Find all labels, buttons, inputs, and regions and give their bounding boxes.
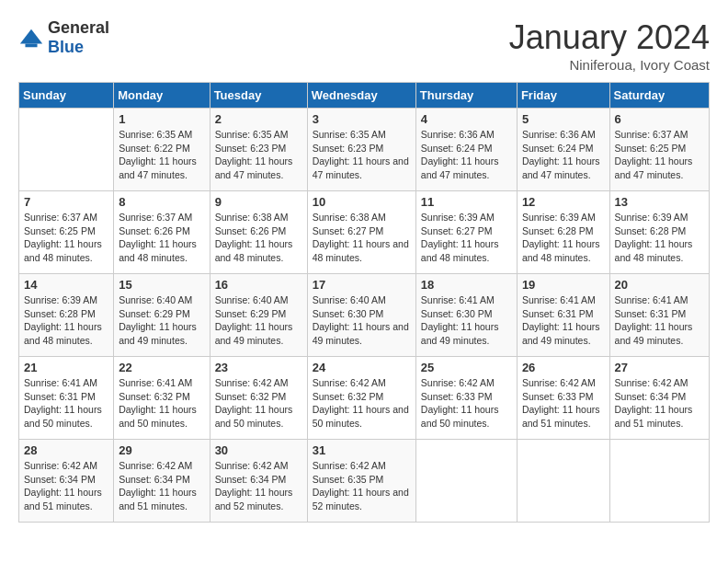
day-number: 29: [119, 443, 204, 457]
day-info: Sunrise: 6:37 AMSunset: 6:26 PMDaylight:…: [119, 211, 204, 265]
calendar-header-row: SundayMondayTuesdayWednesdayThursdayFrid…: [19, 83, 710, 109]
calendar-cell: 10Sunrise: 6:38 AMSunset: 6:27 PMDayligh…: [307, 191, 415, 274]
calendar-week-row: 21Sunrise: 6:41 AMSunset: 6:31 PMDayligh…: [19, 357, 710, 440]
calendar-cell: 6Sunrise: 6:37 AMSunset: 6:25 PMDaylight…: [609, 109, 709, 191]
calendar-cell: 25Sunrise: 6:42 AMSunset: 6:33 PMDayligh…: [415, 357, 517, 440]
calendar-cell: 21Sunrise: 6:41 AMSunset: 6:31 PMDayligh…: [19, 357, 114, 440]
logo-general-text: General: [48, 18, 109, 37]
calendar-cell: 1Sunrise: 6:35 AMSunset: 6:22 PMDaylight…: [114, 109, 210, 191]
calendar-table: SundayMondayTuesdayWednesdayThursdayFrid…: [18, 82, 710, 523]
calendar-header-cell: Friday: [517, 83, 609, 109]
calendar-cell: 8Sunrise: 6:37 AMSunset: 6:26 PMDaylight…: [114, 191, 210, 274]
day-number: 4: [421, 112, 512, 126]
day-info: Sunrise: 6:42 AMSunset: 6:33 PMDaylight:…: [522, 376, 605, 431]
logo-blue-text: Blue: [48, 38, 84, 56]
calendar-cell: 20Sunrise: 6:41 AMSunset: 6:31 PMDayligh…: [609, 274, 709, 357]
calendar-cell: 22Sunrise: 6:41 AMSunset: 6:32 PMDayligh…: [114, 357, 210, 440]
location-text: Niniferoua, Ivory Coast: [509, 57, 710, 73]
day-info: Sunrise: 6:40 AMSunset: 6:29 PMDaylight:…: [119, 293, 204, 348]
calendar-header-cell: Tuesday: [210, 83, 307, 109]
calendar-week-row: 14Sunrise: 6:39 AMSunset: 6:28 PMDayligh…: [19, 274, 710, 357]
day-info: Sunrise: 6:42 AMSunset: 6:34 PMDaylight:…: [215, 459, 302, 513]
calendar-cell: 11Sunrise: 6:39 AMSunset: 6:27 PMDayligh…: [415, 191, 517, 274]
day-number: 19: [522, 278, 605, 292]
calendar-cell: [609, 440, 709, 523]
calendar-cell: 5Sunrise: 6:36 AMSunset: 6:24 PMDaylight…: [517, 109, 609, 191]
calendar-header-cell: Sunday: [19, 83, 114, 109]
day-info: Sunrise: 6:39 AMSunset: 6:28 PMDaylight:…: [615, 211, 704, 265]
calendar-cell: 3Sunrise: 6:35 AMSunset: 6:23 PMDaylight…: [307, 109, 415, 191]
day-number: 9: [215, 195, 302, 209]
day-number: 18: [421, 278, 512, 292]
day-number: 30: [215, 443, 302, 457]
svg-rect-1: [25, 44, 37, 48]
calendar-cell: [517, 440, 609, 523]
calendar-header-cell: Wednesday: [307, 83, 415, 109]
calendar-cell: 16Sunrise: 6:40 AMSunset: 6:29 PMDayligh…: [210, 274, 307, 357]
calendar-header-cell: Thursday: [415, 83, 517, 109]
calendar-cell: 4Sunrise: 6:36 AMSunset: 6:24 PMDaylight…: [415, 109, 517, 191]
day-info: Sunrise: 6:42 AMSunset: 6:32 PMDaylight:…: [215, 376, 302, 431]
calendar-cell: 9Sunrise: 6:38 AMSunset: 6:26 PMDaylight…: [210, 191, 307, 274]
day-info: Sunrise: 6:42 AMSunset: 6:34 PMDaylight:…: [615, 376, 704, 431]
day-number: 31: [313, 443, 411, 457]
calendar-cell: 17Sunrise: 6:40 AMSunset: 6:30 PMDayligh…: [307, 274, 415, 357]
logo-icon: [18, 25, 44, 51]
day-number: 21: [24, 361, 108, 374]
day-info: Sunrise: 6:41 AMSunset: 6:32 PMDaylight:…: [119, 376, 204, 431]
day-number: 26: [522, 361, 605, 374]
calendar-cell: 27Sunrise: 6:42 AMSunset: 6:34 PMDayligh…: [609, 357, 709, 440]
day-info: Sunrise: 6:37 AMSunset: 6:25 PMDaylight:…: [24, 211, 108, 265]
calendar-cell: 15Sunrise: 6:40 AMSunset: 6:29 PMDayligh…: [114, 274, 210, 357]
day-number: 23: [215, 361, 302, 374]
calendar-cell: 28Sunrise: 6:42 AMSunset: 6:34 PMDayligh…: [19, 440, 114, 523]
day-number: 17: [313, 278, 411, 292]
day-info: Sunrise: 6:42 AMSunset: 6:34 PMDaylight:…: [119, 459, 204, 513]
day-number: 13: [615, 195, 704, 209]
day-info: Sunrise: 6:35 AMSunset: 6:23 PMDaylight:…: [313, 128, 411, 182]
day-info: Sunrise: 6:38 AMSunset: 6:27 PMDaylight:…: [313, 211, 411, 265]
svg-marker-0: [20, 29, 42, 44]
day-number: 3: [313, 112, 411, 126]
logo: General Blue: [18, 18, 109, 57]
month-title: January 2024: [509, 18, 710, 57]
day-info: Sunrise: 6:41 AMSunset: 6:31 PMDaylight:…: [615, 293, 704, 348]
calendar-cell: 23Sunrise: 6:42 AMSunset: 6:32 PMDayligh…: [210, 357, 307, 440]
calendar-body: 1Sunrise: 6:35 AMSunset: 6:22 PMDaylight…: [19, 109, 710, 523]
calendar-cell: 26Sunrise: 6:42 AMSunset: 6:33 PMDayligh…: [517, 357, 609, 440]
day-info: Sunrise: 6:42 AMSunset: 6:35 PMDaylight:…: [313, 459, 411, 513]
day-info: Sunrise: 6:37 AMSunset: 6:25 PMDaylight:…: [615, 128, 704, 182]
page-header: General Blue January 2024 Niniferoua, Iv…: [18, 18, 710, 73]
calendar-header-cell: Saturday: [609, 83, 709, 109]
day-info: Sunrise: 6:41 AMSunset: 6:31 PMDaylight:…: [24, 376, 108, 431]
day-number: 22: [119, 361, 204, 374]
calendar-week-row: 1Sunrise: 6:35 AMSunset: 6:22 PMDaylight…: [19, 109, 710, 191]
calendar-cell: 30Sunrise: 6:42 AMSunset: 6:34 PMDayligh…: [210, 440, 307, 523]
day-info: Sunrise: 6:39 AMSunset: 6:28 PMDaylight:…: [522, 211, 605, 265]
day-info: Sunrise: 6:35 AMSunset: 6:22 PMDaylight:…: [119, 128, 204, 182]
calendar-cell: 14Sunrise: 6:39 AMSunset: 6:28 PMDayligh…: [19, 274, 114, 357]
day-info: Sunrise: 6:36 AMSunset: 6:24 PMDaylight:…: [421, 128, 512, 182]
calendar-cell: 7Sunrise: 6:37 AMSunset: 6:25 PMDaylight…: [19, 191, 114, 274]
day-number: 12: [522, 195, 605, 209]
day-info: Sunrise: 6:42 AMSunset: 6:34 PMDaylight:…: [24, 459, 108, 513]
calendar-cell: 13Sunrise: 6:39 AMSunset: 6:28 PMDayligh…: [609, 191, 709, 274]
day-info: Sunrise: 6:41 AMSunset: 6:31 PMDaylight:…: [522, 293, 605, 348]
day-info: Sunrise: 6:41 AMSunset: 6:30 PMDaylight:…: [421, 293, 512, 348]
calendar-cell: 19Sunrise: 6:41 AMSunset: 6:31 PMDayligh…: [517, 274, 609, 357]
day-number: 11: [421, 195, 512, 209]
day-number: 5: [522, 112, 605, 126]
day-number: 16: [215, 278, 302, 292]
calendar-week-row: 28Sunrise: 6:42 AMSunset: 6:34 PMDayligh…: [19, 440, 710, 523]
day-number: 2: [215, 112, 302, 126]
day-info: Sunrise: 6:39 AMSunset: 6:28 PMDaylight:…: [24, 293, 108, 348]
day-info: Sunrise: 6:38 AMSunset: 6:26 PMDaylight:…: [215, 211, 302, 265]
day-number: 1: [119, 112, 204, 126]
day-number: 7: [24, 195, 108, 209]
day-number: 28: [24, 443, 108, 457]
day-number: 6: [615, 112, 704, 126]
calendar-cell: 29Sunrise: 6:42 AMSunset: 6:34 PMDayligh…: [114, 440, 210, 523]
day-info: Sunrise: 6:40 AMSunset: 6:29 PMDaylight:…: [215, 293, 302, 348]
day-info: Sunrise: 6:40 AMSunset: 6:30 PMDaylight:…: [313, 293, 411, 348]
calendar-header-cell: Monday: [114, 83, 210, 109]
